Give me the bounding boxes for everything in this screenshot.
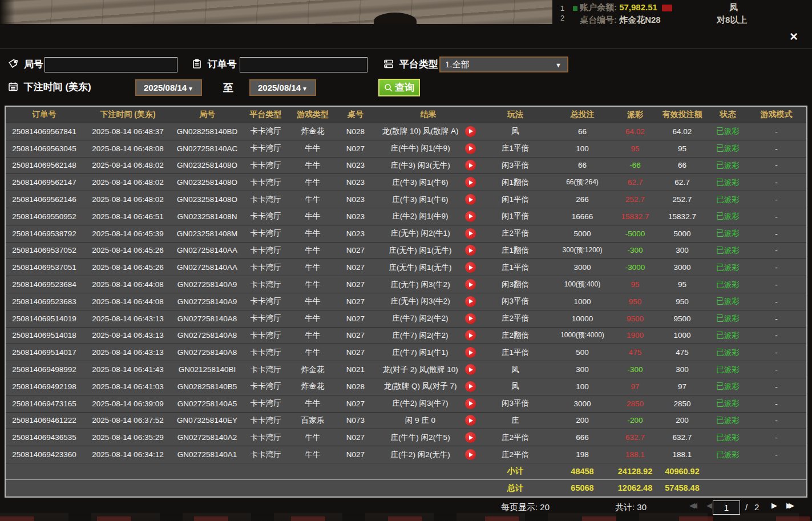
date-to-picker[interactable]: 2025/08/14▼	[249, 79, 316, 96]
play-icon	[469, 435, 473, 440]
round-number-input[interactable]	[45, 57, 177, 72]
play-video-button[interactable]	[465, 313, 476, 324]
valid-bet: 97	[655, 382, 709, 391]
play-video-button[interactable]	[465, 228, 476, 239]
table-row: 2508140694612222025-08-14 06:37:52GN0732…	[6, 413, 806, 430]
play-video-button[interactable]	[465, 211, 476, 222]
play-icon	[469, 231, 473, 236]
table-number: N023	[336, 195, 375, 204]
game-type: 牛牛	[290, 262, 336, 273]
first-page-button[interactable]: ◀◀	[689, 501, 693, 510]
platform-type-select[interactable]: 1.全部 ▼	[439, 56, 568, 72]
valid-bet: 188.1	[655, 450, 709, 459]
play-video-button[interactable]	[465, 330, 476, 341]
play-video-button[interactable]	[465, 415, 476, 426]
table-row: 2508140694921982025-08-14 06:41:03GN0282…	[6, 378, 806, 395]
play-video-button[interactable]	[465, 364, 476, 375]
payout-value: 95	[615, 280, 655, 289]
platform-type: 卡卡湾厅	[241, 177, 290, 188]
table-number: N021	[336, 365, 375, 374]
play-video-button[interactable]	[465, 143, 476, 154]
pagination-bar: 每页显示: 20 共计: 30 ◀◀ ◀ / 2 ▶ ▶▶	[0, 499, 812, 516]
game-mode: -	[746, 144, 806, 153]
game-mode: -	[746, 161, 806, 169]
total-bet: 3000	[550, 263, 615, 272]
game-type: 牛牛	[290, 330, 336, 341]
game-mode: -	[746, 297, 806, 306]
search-button[interactable]: 查询	[378, 79, 420, 96]
total-bet: 200	[550, 416, 615, 425]
total-bet: 300(预:1200)	[550, 245, 615, 255]
scoreboard-row-number-1: 1	[560, 3, 564, 13]
subtotal-label: 小计	[481, 466, 550, 476]
result: 庄(牛7) 闲2(牛2)	[375, 313, 481, 324]
table-number-value: 炸金花N28	[619, 15, 661, 24]
play-type: 闲3平倍	[481, 296, 550, 306]
game-type: 百家乐	[290, 415, 336, 426]
close-button[interactable]: ×	[786, 29, 802, 45]
bet-time: 2025-08-14 06:39:09	[83, 399, 173, 408]
column-header: 状态	[709, 110, 746, 120]
game-type: 牛牛	[290, 450, 336, 460]
table-number: N023	[336, 229, 375, 238]
total-bet: 100(预:400)	[550, 280, 615, 289]
round-number: GN0232581408N	[173, 212, 241, 221]
play-video-button[interactable]	[465, 160, 476, 171]
play-type: 庄	[481, 415, 550, 426]
game-mode: -	[746, 416, 806, 425]
bet-option-text: 对8以上	[717, 15, 747, 24]
status-badge: 已派彩	[709, 296, 746, 306]
play-video-button[interactable]	[465, 262, 476, 273]
order-number-input[interactable]	[240, 57, 367, 72]
studio-wall	[0, 0, 552, 24]
bet-time: 2025-08-14 06:37:52	[83, 416, 173, 425]
status-badge: 已派彩	[709, 450, 746, 460]
payout-value: -3000	[615, 263, 655, 272]
valid-bet: 632.7	[655, 433, 709, 442]
date-from-picker[interactable]: 2025/08/14▼	[135, 79, 202, 96]
last-page-button[interactable]: ▶▶	[786, 501, 790, 510]
prev-page-button[interactable]: ◀	[706, 501, 712, 510]
play-video-button[interactable]	[465, 432, 476, 443]
total-bet: 5000	[550, 229, 615, 238]
play-video-button[interactable]	[465, 245, 476, 256]
round-number: GN027258140A8	[173, 331, 241, 340]
platform-type: 卡卡湾厅	[241, 126, 290, 136]
order-number: 250814069563045	[6, 144, 83, 153]
game-type: 牛牛	[290, 195, 336, 205]
platform-type: 卡卡湾厅	[241, 296, 290, 306]
result-text: 庄(无牛) 闲3(牛2)	[375, 280, 465, 290]
search-button-label: 查询	[395, 81, 414, 94]
order-number: 250814069538792	[6, 229, 83, 238]
bet-time: 2025-08-14 06:48:37	[83, 127, 173, 136]
play-video-button[interactable]	[465, 296, 476, 307]
total-pages-label: 2	[754, 502, 759, 512]
round-number-label: 局号	[24, 59, 43, 70]
green-marker-icon	[573, 6, 577, 11]
game-type: 牛牛	[290, 398, 336, 409]
order-number: 250814069498992	[6, 365, 83, 374]
result-text: 庄(无牛) 闲3(牛2)	[375, 296, 465, 306]
play-video-button[interactable]	[465, 449, 476, 460]
table-number: N023	[336, 212, 375, 221]
play-video-button[interactable]	[465, 126, 476, 137]
play-video-button[interactable]	[465, 279, 476, 290]
table-row: 2508140695236842025-08-14 06:44:08GN0272…	[6, 276, 806, 293]
next-page-button[interactable]: ▶	[771, 501, 777, 510]
status-badge: 已派彩	[709, 398, 746, 409]
play-video-button[interactable]	[465, 381, 476, 392]
column-header: 游戏类型	[290, 110, 336, 120]
play-video-button[interactable]	[465, 398, 476, 409]
play-video-button[interactable]	[465, 177, 476, 188]
play-video-button[interactable]	[465, 194, 476, 205]
status-badge: 已派彩	[709, 160, 746, 171]
result: 庄(牛2) 闲1(牛9)	[375, 211, 481, 222]
page-number-input[interactable]	[713, 500, 740, 515]
play-icon	[469, 146, 473, 151]
game-type: 炸金花	[290, 381, 336, 391]
payout-value: 252.7	[615, 195, 655, 204]
play-video-button[interactable]	[465, 347, 476, 358]
status-badge: 已派彩	[709, 313, 746, 324]
order-number: 250814069562147	[6, 178, 83, 187]
payout-value: 1900	[615, 331, 655, 340]
